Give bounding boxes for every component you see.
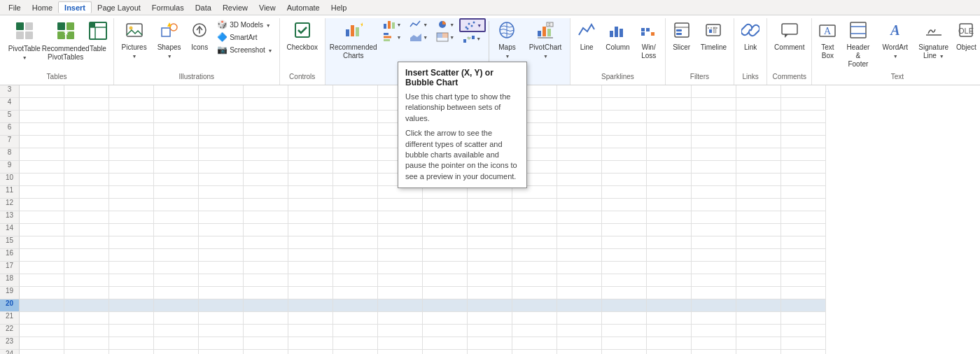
sheet-cell[interactable]: [423, 274, 468, 287]
hierarchy-chart-button[interactable]: ▼: [433, 31, 458, 43]
sheet-cell[interactable]: [64, 287, 109, 299]
sheet-cell[interactable]: [333, 337, 378, 350]
sheet-cell[interactable]: [557, 186, 602, 199]
sheet-cell[interactable]: [199, 199, 244, 211]
sheet-cell[interactable]: [244, 249, 288, 262]
sheet-cell[interactable]: [244, 350, 288, 354]
sheet-cell[interactable]: [557, 236, 602, 249]
menu-help[interactable]: Help: [326, 2, 353, 13]
sheet-cell[interactable]: [244, 274, 288, 287]
sheet-cell[interactable]: [781, 199, 826, 211]
sheet-cell[interactable]: [647, 299, 692, 312]
sheet-cell[interactable]: [154, 312, 199, 325]
sheet-cell[interactable]: [244, 287, 288, 299]
sheet-cell[interactable]: [602, 174, 647, 186]
sheet-cell[interactable]: [692, 274, 736, 287]
sheet-cell[interactable]: [602, 136, 647, 148]
winloss-sparkline-button[interactable]: Win/Loss: [636, 18, 662, 63]
sheet-cell[interactable]: [109, 325, 154, 337]
sheet-cell[interactable]: [512, 274, 557, 287]
sheet-cell[interactable]: [199, 287, 244, 299]
sheet-cell[interactable]: [602, 262, 647, 274]
sheet-cell[interactable]: [468, 325, 512, 337]
sheet-cell[interactable]: [288, 186, 333, 199]
sheet-cell[interactable]: [692, 262, 736, 274]
menu-review[interactable]: Review: [217, 2, 253, 13]
sheet-cell[interactable]: [333, 199, 378, 211]
icons-button[interactable]: Icons: [187, 18, 212, 55]
sheet-cell[interactable]: [288, 224, 333, 236]
sheet-cell[interactable]: [154, 337, 199, 350]
sheet-cell[interactable]: [423, 262, 468, 274]
sheet-cell[interactable]: [244, 85, 288, 98]
sheet-cell[interactable]: [557, 337, 602, 350]
sheet-cell[interactable]: [468, 312, 512, 325]
sheet-cell[interactable]: [109, 274, 154, 287]
menu-file[interactable]: File: [3, 2, 27, 13]
sheet-cell[interactable]: [692, 148, 736, 161]
sheet-cell[interactable]: [468, 249, 512, 262]
sheet-cell[interactable]: [378, 236, 423, 249]
sheet-cell[interactable]: [781, 111, 826, 123]
sheet-cell[interactable]: [692, 199, 736, 211]
sheet-cell[interactable]: [20, 350, 64, 354]
sheet-cell[interactable]: [647, 350, 692, 354]
sheet-cell[interactable]: [647, 161, 692, 174]
sheet-cell[interactable]: [20, 325, 64, 337]
pivot-table-button[interactable]: PivotTable ▼: [3, 18, 46, 64]
sheet-cell[interactable]: [736, 312, 781, 325]
column-chart-button[interactable]: ▼: [379, 18, 405, 31]
table-button[interactable]: Table: [85, 18, 111, 56]
sheet-cell[interactable]: [647, 148, 692, 161]
sheet-cell[interactable]: [109, 211, 154, 224]
sheet-cell[interactable]: [378, 325, 423, 337]
sheet-cell[interactable]: [109, 337, 154, 350]
pie-chart-button[interactable]: ▼: [433, 18, 458, 31]
sheet-cell[interactable]: [512, 337, 557, 350]
bar-chart-button[interactable]: ▼: [379, 31, 405, 43]
sheet-cell[interactable]: [468, 224, 512, 236]
sheet-cell[interactable]: [199, 350, 244, 354]
sheet-cell[interactable]: [378, 312, 423, 325]
sheet-cell[interactable]: [109, 148, 154, 161]
sheet-cell[interactable]: [647, 136, 692, 148]
sheet-cell[interactable]: [288, 287, 333, 299]
sheet-cell[interactable]: [647, 224, 692, 236]
sheet-cell[interactable]: [64, 174, 109, 186]
timeline-button[interactable]: Timeline: [696, 18, 731, 55]
sheet-cell[interactable]: [781, 262, 826, 274]
sheet-cell[interactable]: [20, 337, 64, 350]
sheet-cell[interactable]: [199, 224, 244, 236]
sheet-cell[interactable]: [557, 161, 602, 174]
sheet-cell[interactable]: [781, 299, 826, 312]
sheet-cell[interactable]: [602, 199, 647, 211]
menu-insert[interactable]: Insert: [58, 1, 92, 13]
sheet-cell[interactable]: [602, 85, 647, 98]
sheet-cell[interactable]: [692, 123, 736, 136]
sheet-cell[interactable]: [736, 236, 781, 249]
sheet-cell[interactable]: [692, 85, 736, 98]
sheet-cell[interactable]: [557, 211, 602, 224]
sheet-cell[interactable]: [692, 186, 736, 199]
sheet-cell[interactable]: [557, 98, 602, 111]
sheet-cell[interactable]: [781, 236, 826, 249]
sheet-cell[interactable]: [333, 325, 378, 337]
sheet-cell[interactable]: [557, 199, 602, 211]
sheet-cell[interactable]: [647, 211, 692, 224]
sheet-cell[interactable]: [333, 350, 378, 354]
sheet-cell[interactable]: [557, 249, 602, 262]
sheet-cell[interactable]: [20, 186, 64, 199]
sheet-cell[interactable]: [109, 262, 154, 274]
sheet-cell[interactable]: [288, 262, 333, 274]
sheet-cell[interactable]: [736, 111, 781, 123]
sheet-cell[interactable]: [244, 111, 288, 123]
sheet-cell[interactable]: [20, 224, 64, 236]
sheet-cell[interactable]: [20, 136, 64, 148]
sheet-cell[interactable]: [199, 249, 244, 262]
sheet-cell[interactable]: [333, 312, 378, 325]
sheet-cell[interactable]: [512, 211, 557, 224]
sheet-cell[interactable]: [244, 236, 288, 249]
screenshot-button[interactable]: 📷 Screenshot ▼: [214, 43, 276, 56]
maps-button[interactable]: Maps ▼: [492, 18, 522, 63]
menu-pagelayout[interactable]: Page Layout: [92, 2, 146, 13]
